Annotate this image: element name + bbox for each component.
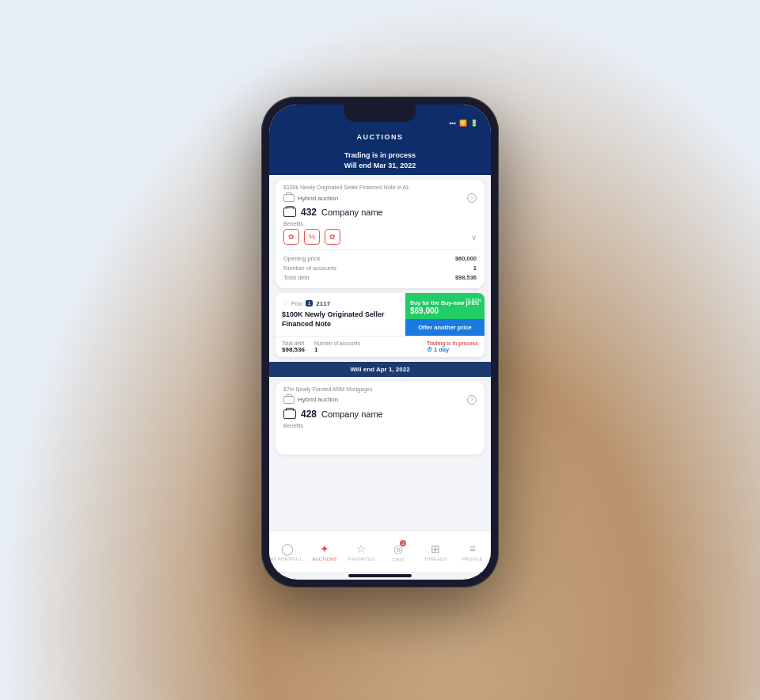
card-id-number-2: 428	[301, 409, 317, 420]
benefit-icon-2: %	[304, 229, 320, 245]
auction-card-432[interactable]: $100k Newly Originated Seller Financed N…	[276, 180, 484, 288]
card-type-left: Hybrid auction	[283, 194, 338, 202]
card-id-number-1: 432	[301, 207, 317, 218]
card-id-icon-2	[283, 409, 296, 419]
benefit-icon-1: ✿	[283, 229, 299, 245]
benefits-placeholder	[276, 431, 484, 455]
card-type-row-2: Hybrid auction ?	[276, 394, 484, 406]
auction-type-icon-2	[283, 396, 294, 404]
battery-icon: 🔋	[470, 120, 478, 127]
threads-label: THREADS	[424, 557, 446, 561]
num-accounts-label: Number of accounts	[283, 264, 336, 272]
phone-wrapper: ▪▪▪ 🛜 🔋 AUCTIONS Trading is in process W…	[261, 97, 499, 588]
portfolio-icon: ◯	[281, 542, 294, 555]
star-icon[interactable]: ☆	[282, 299, 288, 307]
threads-icon: ⊞	[431, 542, 440, 555]
card-type-row-1: Hybrid auction ?	[276, 192, 484, 204]
chat-badge: 2	[400, 540, 406, 546]
wifi-icon: 🛜	[459, 120, 467, 127]
pool-badge: 1	[306, 300, 313, 306]
trading-status-label: Trading is in process	[427, 340, 478, 346]
trading-status: Trading is in process ⏱ 1 day	[427, 340, 478, 353]
pool-title: $100K Newly Originated Seller Financed N…	[282, 310, 399, 329]
auction-type-icon	[283, 194, 294, 202]
pool-footer-total-debt-label: Total debt	[282, 340, 305, 346]
chat-badge-wrapper: ◎ 2	[393, 542, 403, 556]
pool-header: ☆ Pool 1 2117	[282, 299, 399, 307]
card-type-left-2: Hybrid auction	[283, 396, 338, 404]
scroll-content[interactable]: $100k Newly Originated Seller Financed N…	[269, 175, 491, 531]
benefit-icon-3: ✿	[325, 229, 340, 245]
pool-footer-total-debt-value: $98,536	[282, 346, 305, 353]
trading-timer-value: 1 day	[434, 346, 449, 353]
pool-footer-num-accounts: Number of accounts 1	[314, 340, 360, 353]
clock-icon: ⏱	[427, 347, 432, 352]
benefits-label-1: Benefits	[276, 221, 484, 229]
pool-card-inner: ☆ Pool 1 2117 $100K Newly Originated Sel…	[276, 293, 484, 335]
nav-favorites[interactable]: ☆ FAVORITES	[343, 542, 380, 561]
benefits-label-2: Benefits	[276, 423, 484, 431]
banner-line2: Will end Mar 31, 2022	[344, 162, 416, 169]
bottom-nav: ◯ MY PORTFOLI... ✦ AUCTIONS ☆ FAVORITES …	[269, 531, 491, 572]
phone-screen: ▪▪▪ 🛜 🔋 AUCTIONS Trading is in process W…	[269, 105, 491, 580]
offer-another-price-button[interactable]: Offer another price	[405, 319, 484, 336]
chevron-down-icon[interactable]: ∨	[471, 233, 477, 242]
num-accounts-value: 1	[473, 264, 477, 272]
card-id-icon-1	[283, 207, 296, 217]
card-company-name-1: Company name	[321, 207, 383, 217]
nav-auctions[interactable]: ✦ AUCTIONS	[306, 542, 344, 561]
signal-icon: ▪▪▪	[449, 120, 456, 127]
card-label-2: $7m Newly Funded ARM Mortgages	[276, 382, 484, 394]
opening-price-label: Opening price	[283, 255, 321, 262]
pool-label: Pool	[291, 301, 302, 306]
favorites-icon: ☆	[356, 542, 367, 555]
app-title: AUCTIONS	[269, 133, 491, 141]
card-label-1: $100k Newly Originated Seller Financed N…	[276, 180, 484, 192]
nav-chat[interactable]: ◎ 2 CHAT	[380, 542, 417, 562]
phone-shell: ▪▪▪ 🛜 🔋 AUCTIONS Trading is in process W…	[261, 97, 499, 588]
auctions-label: AUCTIONS	[313, 557, 337, 561]
auctions-icon: ✦	[320, 542, 329, 555]
total-debt-value: $98,536	[455, 274, 477, 281]
header-banner-text: Trading is in process Will end Mar 31, 2…	[279, 150, 481, 170]
help-icon-2[interactable]: ?	[467, 395, 477, 405]
trading-timer: ⏱ 1 day	[427, 346, 478, 353]
card-company-name-2: Company name	[321, 409, 383, 419]
chat-label: CHAT	[392, 557, 405, 562]
section2-header: Will end Apr 1, 2022	[269, 362, 491, 377]
buy-now-price: $69,000	[410, 306, 439, 315]
nav-portfolio[interactable]: ◯ MY PORTFOLI...	[269, 542, 306, 561]
buy-now-pct: 70.92%	[466, 298, 481, 302]
pool-id: 2117	[316, 300, 330, 307]
nav-threads[interactable]: ⊞ THREADS	[417, 542, 454, 561]
stat-total-debt: Total debt $98,536	[283, 274, 477, 281]
stat-num-accounts: Number of accounts 1	[283, 264, 477, 272]
pool-footer-total-debt: Total debt $98,536	[282, 340, 305, 353]
total-debt-label: Total debt	[283, 274, 310, 281]
benefit-icons-1: ✿ % ✿	[283, 229, 340, 245]
stat-opening-price: Opening price $60,000	[283, 255, 477, 262]
nav-profile[interactable]: ≡ PROFILE	[454, 542, 491, 561]
profile-icon: ≡	[469, 542, 476, 555]
notch	[344, 105, 416, 122]
pool-right: Buy for the Buy-now price $69,000 70.92%…	[405, 293, 484, 335]
profile-label: PROFILE	[462, 557, 483, 561]
pool-footer: Total debt $98,536 Number of accounts 1 …	[276, 336, 484, 357]
status-icons: ▪▪▪ 🛜 🔋	[449, 120, 478, 127]
pool-card-2117[interactable]: ☆ Pool 1 2117 $100K Newly Originated Sel…	[276, 293, 484, 356]
pool-footer-num-accounts-value: 1	[314, 346, 360, 353]
card-id-row-2: 428 Company name	[276, 406, 484, 423]
favorites-label: FAVORITES	[348, 557, 374, 561]
auction-type-text-2: Hybrid auction	[298, 396, 338, 403]
header-banner: Trading is in process Will end Mar 31, 2…	[269, 146, 491, 175]
opening-price-value: $60,000	[455, 255, 477, 262]
auction-type-text: Hybrid auction	[298, 195, 338, 202]
portfolio-label: MY PORTFOLI...	[269, 557, 306, 561]
pool-footer-num-accounts-label: Number of accounts	[314, 340, 360, 346]
help-icon-1[interactable]: ?	[467, 193, 477, 203]
buy-now-button[interactable]: Buy for the Buy-now price $69,000 70.92%	[405, 293, 484, 318]
home-indicator	[348, 574, 412, 577]
auction-card-428[interactable]: $7m Newly Funded ARM Mortgages Hybrid au…	[276, 382, 484, 455]
card-id-row-1: 432 Company name	[276, 204, 484, 221]
pool-left: ☆ Pool 1 2117 $100K Newly Originated Sel…	[276, 293, 405, 335]
